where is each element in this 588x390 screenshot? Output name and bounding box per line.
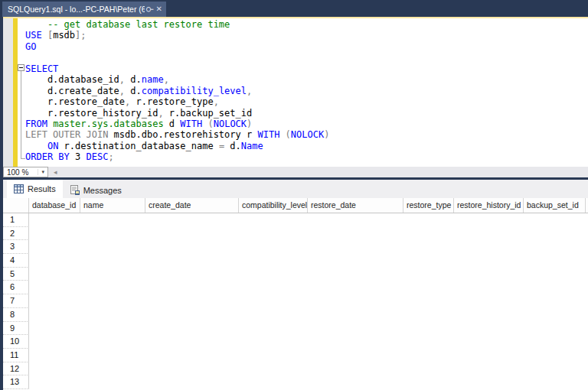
code-line: USE [msdb]; — [25, 30, 588, 41]
row-number[interactable]: 5 — [3, 268, 29, 281]
document-tab[interactable]: SQLQuery1.sql - lo...-PC-PAH\Peter (68))… — [2, 2, 166, 17]
table-row: 5 — [3, 268, 588, 281]
row-number[interactable]: 1 — [3, 213, 29, 227]
table-row: 2 — [3, 227, 588, 241]
messages-icon — [70, 185, 80, 195]
row-cells-empty[interactable] — [29, 294, 588, 308]
row-cells-empty[interactable] — [29, 335, 588, 349]
column-header-database_id[interactable]: database_id — [29, 198, 80, 213]
tab-results-label: Results — [28, 184, 56, 193]
row-cells-empty[interactable] — [29, 268, 588, 281]
row-cells-empty[interactable] — [29, 322, 588, 336]
table-row: 7 — [3, 294, 588, 308]
row-cells-empty[interactable] — [29, 281, 588, 294]
results-grid-icon — [14, 184, 24, 193]
row-cells-empty[interactable] — [29, 308, 588, 322]
code-line: d.database_id, d.name, — [25, 74, 588, 85]
column-header-compatibility_level[interactable]: compatibility_level — [239, 198, 308, 213]
code-line: ORDER BY 3 DESC; — [25, 151, 588, 162]
tab-messages-label: Messages — [83, 186, 122, 195]
code-line: FROM master.sys.databases d WITH (NOLOCK… — [25, 119, 588, 129]
grid-corner-cell[interactable] — [3, 198, 29, 213]
row-number[interactable]: 10 — [3, 335, 29, 349]
code-line: LEFT OUTER JOIN msdb.dbo.restorehistory … — [25, 129, 588, 140]
row-number[interactable]: 9 — [3, 322, 29, 336]
code-line: SELECT — [25, 63, 588, 74]
code-line: d.create_date, d.compatibility_level, — [25, 86, 588, 96]
document-tab-bar: SQLQuery1.sql - lo...-PC-PAH\Peter (68))… — [0, 0, 588, 17]
table-row: 4 — [3, 254, 588, 268]
grid-header-row: database_idnamecreate_datecompatibility_… — [3, 198, 588, 213]
code-line: GO — [25, 41, 588, 52]
sql-editor-pane[interactable]: -- get database last restore timeUSE [ms… — [3, 18, 588, 167]
scroll-left-icon[interactable]: ◂ — [54, 167, 57, 177]
close-icon[interactable]: ✕ — [156, 5, 162, 13]
zoom-value: 100 % — [7, 168, 28, 177]
pin-icon[interactable]: ⚲ — [145, 6, 153, 12]
code-line: -- get database last restore time — [25, 19, 588, 30]
row-cells-empty[interactable] — [29, 213, 588, 227]
table-row: 9 — [3, 322, 588, 336]
column-header-restore_history_id[interactable]: restore_history_id — [454, 198, 524, 213]
row-number[interactable]: 3 — [3, 240, 29, 254]
row-number[interactable]: 7 — [3, 294, 29, 308]
column-header-backup_set_id[interactable]: backup_set_id — [524, 198, 586, 213]
tab-messages[interactable]: Messages — [63, 182, 129, 198]
row-number[interactable]: 6 — [3, 281, 29, 294]
tab-results[interactable]: Results — [7, 180, 63, 198]
row-cells-empty[interactable] — [29, 240, 588, 254]
code-line: r.restore_date, r.restore_type, — [25, 96, 588, 107]
code-line: r.restore_history_id, r.backup_set_id — [25, 108, 588, 119]
zoom-dropdown[interactable]: 100 % ▾ — [3, 167, 48, 177]
table-row: 1 — [3, 213, 588, 227]
table-row: 12 — [3, 362, 588, 376]
modified-lines-indicator — [13, 18, 18, 167]
row-cells-empty[interactable] — [29, 227, 588, 241]
table-row: 3 — [3, 240, 588, 254]
column-header-restore_date[interactable]: restore_date — [308, 198, 403, 213]
editor-indicator-margin — [3, 18, 13, 167]
editor-bottom-bar: 100 % ▾ ◂ — [3, 167, 588, 177]
chevron-down-icon: ▾ — [38, 169, 47, 175]
ssms-window: SQLQuery1.sql - lo...-PC-PAH\Peter (68))… — [0, 0, 588, 390]
grid-rows: 12345678910111213 — [3, 213, 588, 389]
column-header-restore_type[interactable]: restore_type — [403, 198, 454, 213]
row-cells-empty[interactable] — [29, 349, 588, 362]
row-cells-empty[interactable] — [29, 254, 588, 268]
table-row: 8 — [3, 308, 588, 322]
row-cells-empty[interactable] — [29, 362, 588, 376]
code-line: ON r.destination_database_name = d.Name — [25, 141, 588, 151]
table-row: 6 — [3, 281, 588, 294]
fold-collapse-icon[interactable] — [18, 64, 24, 71]
results-tab-bar: Results Messages — [3, 180, 588, 198]
code-line — [25, 52, 588, 63]
code-area[interactable]: -- get database last restore timeUSE [ms… — [25, 19, 588, 163]
column-header-name[interactable]: name — [80, 198, 145, 213]
results-grid[interactable]: database_idnamecreate_datecompatibility_… — [3, 198, 588, 390]
row-number[interactable]: 12 — [3, 362, 29, 376]
table-row: 13 — [3, 375, 588, 389]
table-row: 10 — [3, 335, 588, 349]
row-number[interactable]: 11 — [3, 349, 29, 362]
row-cells-empty[interactable] — [29, 375, 588, 389]
horizontal-scrollbar[interactable]: ◂ — [48, 167, 588, 177]
column-header-create_date[interactable]: create_date — [145, 198, 239, 213]
row-number[interactable]: 2 — [3, 227, 29, 241]
row-number[interactable]: 4 — [3, 254, 29, 268]
row-number[interactable]: 8 — [3, 308, 29, 322]
row-number[interactable]: 13 — [3, 375, 29, 389]
table-row: 11 — [3, 349, 588, 362]
document-tab-title: SQLQuery1.sql - lo...-PC-PAH\Peter (68))… — [8, 5, 145, 14]
